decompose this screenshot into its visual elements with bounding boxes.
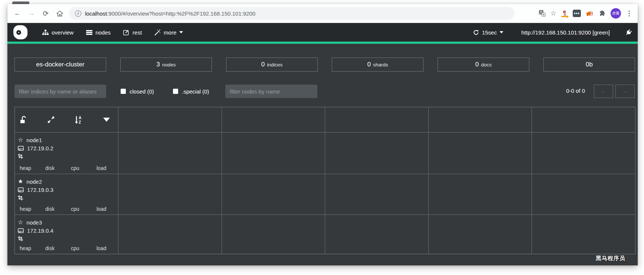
disk-gauge[interactable]: disk	[45, 206, 67, 213]
empty-cell	[222, 215, 325, 254]
nav-label: rest	[133, 29, 142, 36]
crop-icon	[18, 195, 23, 200]
stat-indices: 0indices	[226, 58, 318, 72]
crop-icon	[18, 236, 23, 241]
nav-item-rest[interactable]: rest	[123, 29, 142, 36]
empty-cell	[118, 132, 222, 174]
empty-cell	[428, 174, 532, 215]
refresh-interval-value: 15sec	[482, 29, 497, 36]
heap-gauge[interactable]: heap	[20, 245, 41, 252]
load-gauge[interactable]: load	[97, 245, 118, 252]
reload-icon[interactable]: ⟳	[41, 9, 50, 18]
node-name[interactable]: node2	[26, 179, 42, 185]
load-gauge[interactable]: load	[97, 165, 118, 172]
nav-item-overview[interactable]: overview	[42, 29, 73, 36]
stat-shards: 0shards	[332, 58, 424, 72]
svg-text:A: A	[79, 116, 81, 120]
master-star-icon: ☆	[18, 137, 23, 143]
node-metrics: heap disk cpu load	[18, 165, 118, 172]
cluster-stats-row: es-docker-cluster 3nodes 0indices 0shard…	[14, 58, 635, 72]
refresh-interval-dropdown[interactable]: 15sec	[473, 29, 503, 36]
pagination-next-button[interactable]: →	[615, 85, 635, 98]
node-name[interactable]: node3	[26, 219, 42, 226]
load-gauge[interactable]: load	[97, 206, 118, 213]
empty-cell	[325, 215, 428, 254]
orange-arrow	[561, 16, 567, 17]
empty-cell	[325, 174, 428, 215]
node-metrics: heap disk cpu load	[18, 245, 118, 252]
watermark: 黑马程序员	[596, 255, 625, 262]
url-text[interactable]: localhost:9000/#/overview?host=http:%2F%…	[85, 10, 255, 17]
empty-cell	[222, 174, 325, 215]
pilcrow-extension-icon[interactable]: ¶	[561, 10, 568, 17]
unlock-icon[interactable]	[19, 116, 27, 124]
navbar-right: 15sec http://192.168.150.101:9200 [green…	[473, 29, 632, 36]
plug-icon[interactable]	[624, 28, 633, 37]
pagination-prev-button[interactable]: ←	[594, 85, 613, 98]
node-cell: ☆node3 172.19.0.4 heap disk cpu loa	[15, 215, 118, 254]
empty-cell	[532, 215, 635, 254]
dots-extension-icon[interactable]: •••	[573, 10, 581, 17]
back-icon[interactable]: ←	[13, 9, 22, 18]
filter-nodes-input[interactable]	[225, 85, 317, 98]
bookmark-star-icon[interactable]: ☆	[550, 9, 556, 17]
empty-cell	[428, 215, 532, 254]
translate-icon[interactable]: 文 G	[539, 10, 546, 17]
extensions-puzzle-icon[interactable]	[599, 10, 606, 17]
disk-gauge[interactable]: disk	[45, 165, 67, 172]
node-ip: 172.19.0.3	[27, 187, 53, 193]
disk-gauge[interactable]: disk	[45, 245, 67, 252]
nav-label: overview	[52, 29, 73, 36]
list-icon	[86, 30, 92, 35]
empty-cell	[532, 174, 635, 215]
logo-ring	[16, 30, 21, 35]
table-row-node1: ☆node1 172.19.0.2 heap disk cpu loa	[15, 132, 635, 174]
heap-gauge[interactable]: heap	[20, 206, 41, 213]
expand-icon[interactable]	[47, 116, 55, 124]
sort-alpha-icon[interactable]: AZ	[75, 116, 82, 124]
app-navbar: overview nodes rest more 15sec	[7, 23, 638, 42]
checkbox-icon[interactable]	[121, 89, 126, 94]
url-host: localhost	[85, 10, 107, 17]
cpu-gauge[interactable]: cpu	[71, 245, 92, 252]
stat-cluster-name: es-docker-cluster	[14, 58, 106, 72]
magic-wand-icon	[154, 29, 161, 36]
index-column-header	[428, 107, 532, 132]
cpu-gauge[interactable]: cpu	[71, 206, 92, 213]
cpu-gauge[interactable]: cpu	[71, 165, 92, 172]
stat-nodes: 3nodes	[120, 58, 212, 72]
nav-item-nodes[interactable]: nodes	[86, 29, 111, 36]
page-info-icon[interactable]: i	[75, 10, 81, 17]
browser-menu-icon[interactable]: ⋮	[626, 9, 632, 17]
hdd-icon	[18, 187, 24, 192]
browser-toolbar: ← → ⟳ i localhost:9000/#/overview?host=h…	[7, 4, 638, 23]
closed-checkbox[interactable]: closed (0)	[121, 85, 154, 98]
index-column-header	[222, 107, 325, 132]
node-name[interactable]: node1	[26, 137, 42, 143]
megaphone-extension-icon[interactable]	[586, 10, 594, 17]
cerebro-logo[interactable]	[13, 25, 27, 39]
pagination-info: 0-0 of 0	[566, 88, 585, 94]
home-icon	[56, 10, 63, 17]
edit-icon	[123, 29, 130, 35]
page: ← → ⟳ i localhost:9000/#/overview?host=h…	[0, 0, 644, 275]
svg-text:Z: Z	[79, 120, 81, 124]
special-checkbox[interactable]: .special (0)	[173, 85, 209, 98]
empty-cell	[222, 132, 325, 174]
forward-icon[interactable]: →	[27, 9, 36, 18]
profile-avatar[interactable]: 虎翼	[611, 8, 621, 19]
table-row-node3: ☆node3 172.19.0.4 heap disk cpu loa	[15, 215, 635, 254]
nav-item-more[interactable]: more	[154, 29, 183, 36]
overview-content: es-docker-cluster 3nodes 0indices 0shard…	[14, 44, 635, 265]
nav-label: more	[164, 29, 176, 36]
heap-gauge[interactable]: heap	[20, 165, 41, 172]
stat-size: 0b	[543, 58, 635, 72]
chevron-down-icon	[179, 31, 183, 33]
checkbox-icon[interactable]	[173, 89, 178, 94]
sitemap-icon	[42, 30, 49, 35]
node-ip: 172.19.0.4	[27, 227, 53, 234]
url-bar[interactable]: i localhost:9000/#/overview?host=http:%2…	[69, 7, 514, 20]
filter-indices-input[interactable]	[14, 85, 106, 98]
column-menu-caret-icon[interactable]	[103, 118, 110, 122]
home-icon[interactable]	[55, 9, 65, 18]
